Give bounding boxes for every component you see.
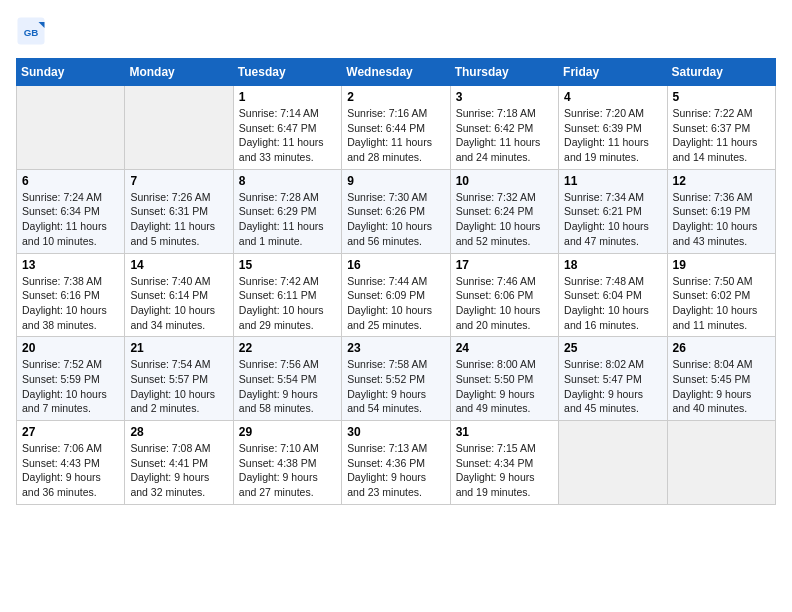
day-cell: 4Sunrise: 7:20 AM Sunset: 6:39 PM Daylig… bbox=[559, 86, 667, 170]
day-info: Sunrise: 7:52 AM Sunset: 5:59 PM Dayligh… bbox=[22, 357, 119, 416]
day-number: 6 bbox=[22, 174, 119, 188]
day-cell: 25Sunrise: 8:02 AM Sunset: 5:47 PM Dayli… bbox=[559, 337, 667, 421]
day-number: 3 bbox=[456, 90, 553, 104]
header-row: SundayMondayTuesdayWednesdayThursdayFrid… bbox=[17, 59, 776, 86]
day-number: 31 bbox=[456, 425, 553, 439]
day-info: Sunrise: 7:48 AM Sunset: 6:04 PM Dayligh… bbox=[564, 274, 661, 333]
day-cell: 23Sunrise: 7:58 AM Sunset: 5:52 PM Dayli… bbox=[342, 337, 450, 421]
header-cell-thursday: Thursday bbox=[450, 59, 558, 86]
day-number: 22 bbox=[239, 341, 336, 355]
day-number: 29 bbox=[239, 425, 336, 439]
day-info: Sunrise: 7:56 AM Sunset: 5:54 PM Dayligh… bbox=[239, 357, 336, 416]
day-info: Sunrise: 7:28 AM Sunset: 6:29 PM Dayligh… bbox=[239, 190, 336, 249]
day-info: Sunrise: 7:14 AM Sunset: 6:47 PM Dayligh… bbox=[239, 106, 336, 165]
day-info: Sunrise: 7:32 AM Sunset: 6:24 PM Dayligh… bbox=[456, 190, 553, 249]
day-number: 26 bbox=[673, 341, 770, 355]
header-cell-saturday: Saturday bbox=[667, 59, 775, 86]
day-number: 20 bbox=[22, 341, 119, 355]
day-cell: 7Sunrise: 7:26 AM Sunset: 6:31 PM Daylig… bbox=[125, 169, 233, 253]
day-info: Sunrise: 8:00 AM Sunset: 5:50 PM Dayligh… bbox=[456, 357, 553, 416]
day-cell: 6Sunrise: 7:24 AM Sunset: 6:34 PM Daylig… bbox=[17, 169, 125, 253]
day-cell: 31Sunrise: 7:15 AM Sunset: 4:34 PM Dayli… bbox=[450, 421, 558, 505]
day-cell: 3Sunrise: 7:18 AM Sunset: 6:42 PM Daylig… bbox=[450, 86, 558, 170]
day-number: 30 bbox=[347, 425, 444, 439]
header-cell-wednesday: Wednesday bbox=[342, 59, 450, 86]
header-cell-sunday: Sunday bbox=[17, 59, 125, 86]
day-cell: 8Sunrise: 7:28 AM Sunset: 6:29 PM Daylig… bbox=[233, 169, 341, 253]
day-number: 18 bbox=[564, 258, 661, 272]
day-cell: 13Sunrise: 7:38 AM Sunset: 6:16 PM Dayli… bbox=[17, 253, 125, 337]
day-number: 17 bbox=[456, 258, 553, 272]
svg-text:GB: GB bbox=[24, 27, 39, 38]
day-cell: 21Sunrise: 7:54 AM Sunset: 5:57 PM Dayli… bbox=[125, 337, 233, 421]
day-cell: 9Sunrise: 7:30 AM Sunset: 6:26 PM Daylig… bbox=[342, 169, 450, 253]
day-cell: 30Sunrise: 7:13 AM Sunset: 4:36 PM Dayli… bbox=[342, 421, 450, 505]
logo: GB bbox=[16, 16, 50, 46]
day-cell: 26Sunrise: 8:04 AM Sunset: 5:45 PM Dayli… bbox=[667, 337, 775, 421]
day-info: Sunrise: 7:42 AM Sunset: 6:11 PM Dayligh… bbox=[239, 274, 336, 333]
day-info: Sunrise: 7:16 AM Sunset: 6:44 PM Dayligh… bbox=[347, 106, 444, 165]
day-number: 12 bbox=[673, 174, 770, 188]
day-cell: 5Sunrise: 7:22 AM Sunset: 6:37 PM Daylig… bbox=[667, 86, 775, 170]
day-info: Sunrise: 7:08 AM Sunset: 4:41 PM Dayligh… bbox=[130, 441, 227, 500]
day-info: Sunrise: 7:22 AM Sunset: 6:37 PM Dayligh… bbox=[673, 106, 770, 165]
day-number: 11 bbox=[564, 174, 661, 188]
day-cell: 22Sunrise: 7:56 AM Sunset: 5:54 PM Dayli… bbox=[233, 337, 341, 421]
day-number: 24 bbox=[456, 341, 553, 355]
day-cell bbox=[125, 86, 233, 170]
day-info: Sunrise: 7:46 AM Sunset: 6:06 PM Dayligh… bbox=[456, 274, 553, 333]
day-number: 9 bbox=[347, 174, 444, 188]
day-number: 23 bbox=[347, 341, 444, 355]
day-info: Sunrise: 8:02 AM Sunset: 5:47 PM Dayligh… bbox=[564, 357, 661, 416]
day-info: Sunrise: 8:04 AM Sunset: 5:45 PM Dayligh… bbox=[673, 357, 770, 416]
day-info: Sunrise: 7:15 AM Sunset: 4:34 PM Dayligh… bbox=[456, 441, 553, 500]
day-info: Sunrise: 7:50 AM Sunset: 6:02 PM Dayligh… bbox=[673, 274, 770, 333]
day-number: 4 bbox=[564, 90, 661, 104]
day-info: Sunrise: 7:30 AM Sunset: 6:26 PM Dayligh… bbox=[347, 190, 444, 249]
day-info: Sunrise: 7:10 AM Sunset: 4:38 PM Dayligh… bbox=[239, 441, 336, 500]
day-info: Sunrise: 7:20 AM Sunset: 6:39 PM Dayligh… bbox=[564, 106, 661, 165]
day-number: 10 bbox=[456, 174, 553, 188]
header-cell-monday: Monday bbox=[125, 59, 233, 86]
day-cell: 27Sunrise: 7:06 AM Sunset: 4:43 PM Dayli… bbox=[17, 421, 125, 505]
week-row-3: 13Sunrise: 7:38 AM Sunset: 6:16 PM Dayli… bbox=[17, 253, 776, 337]
day-number: 5 bbox=[673, 90, 770, 104]
day-number: 15 bbox=[239, 258, 336, 272]
day-number: 19 bbox=[673, 258, 770, 272]
day-number: 8 bbox=[239, 174, 336, 188]
day-cell bbox=[17, 86, 125, 170]
week-row-5: 27Sunrise: 7:06 AM Sunset: 4:43 PM Dayli… bbox=[17, 421, 776, 505]
day-info: Sunrise: 7:58 AM Sunset: 5:52 PM Dayligh… bbox=[347, 357, 444, 416]
day-number: 21 bbox=[130, 341, 227, 355]
day-cell bbox=[667, 421, 775, 505]
day-info: Sunrise: 7:44 AM Sunset: 6:09 PM Dayligh… bbox=[347, 274, 444, 333]
day-cell: 12Sunrise: 7:36 AM Sunset: 6:19 PM Dayli… bbox=[667, 169, 775, 253]
day-number: 28 bbox=[130, 425, 227, 439]
day-info: Sunrise: 7:06 AM Sunset: 4:43 PM Dayligh… bbox=[22, 441, 119, 500]
day-number: 13 bbox=[22, 258, 119, 272]
day-cell: 29Sunrise: 7:10 AM Sunset: 4:38 PM Dayli… bbox=[233, 421, 341, 505]
day-number: 2 bbox=[347, 90, 444, 104]
day-cell: 11Sunrise: 7:34 AM Sunset: 6:21 PM Dayli… bbox=[559, 169, 667, 253]
day-info: Sunrise: 7:13 AM Sunset: 4:36 PM Dayligh… bbox=[347, 441, 444, 500]
day-cell bbox=[559, 421, 667, 505]
day-number: 25 bbox=[564, 341, 661, 355]
day-number: 7 bbox=[130, 174, 227, 188]
day-cell: 28Sunrise: 7:08 AM Sunset: 4:41 PM Dayli… bbox=[125, 421, 233, 505]
week-row-4: 20Sunrise: 7:52 AM Sunset: 5:59 PM Dayli… bbox=[17, 337, 776, 421]
day-cell: 19Sunrise: 7:50 AM Sunset: 6:02 PM Dayli… bbox=[667, 253, 775, 337]
day-cell: 15Sunrise: 7:42 AM Sunset: 6:11 PM Dayli… bbox=[233, 253, 341, 337]
day-info: Sunrise: 7:26 AM Sunset: 6:31 PM Dayligh… bbox=[130, 190, 227, 249]
day-number: 14 bbox=[130, 258, 227, 272]
day-cell: 14Sunrise: 7:40 AM Sunset: 6:14 PM Dayli… bbox=[125, 253, 233, 337]
day-cell: 1Sunrise: 7:14 AM Sunset: 6:47 PM Daylig… bbox=[233, 86, 341, 170]
day-cell: 24Sunrise: 8:00 AM Sunset: 5:50 PM Dayli… bbox=[450, 337, 558, 421]
calendar-table: SundayMondayTuesdayWednesdayThursdayFrid… bbox=[16, 58, 776, 505]
day-cell: 20Sunrise: 7:52 AM Sunset: 5:59 PM Dayli… bbox=[17, 337, 125, 421]
logo-icon: GB bbox=[16, 16, 46, 46]
day-number: 16 bbox=[347, 258, 444, 272]
day-info: Sunrise: 7:34 AM Sunset: 6:21 PM Dayligh… bbox=[564, 190, 661, 249]
day-info: Sunrise: 7:36 AM Sunset: 6:19 PM Dayligh… bbox=[673, 190, 770, 249]
day-info: Sunrise: 7:40 AM Sunset: 6:14 PM Dayligh… bbox=[130, 274, 227, 333]
day-cell: 10Sunrise: 7:32 AM Sunset: 6:24 PM Dayli… bbox=[450, 169, 558, 253]
